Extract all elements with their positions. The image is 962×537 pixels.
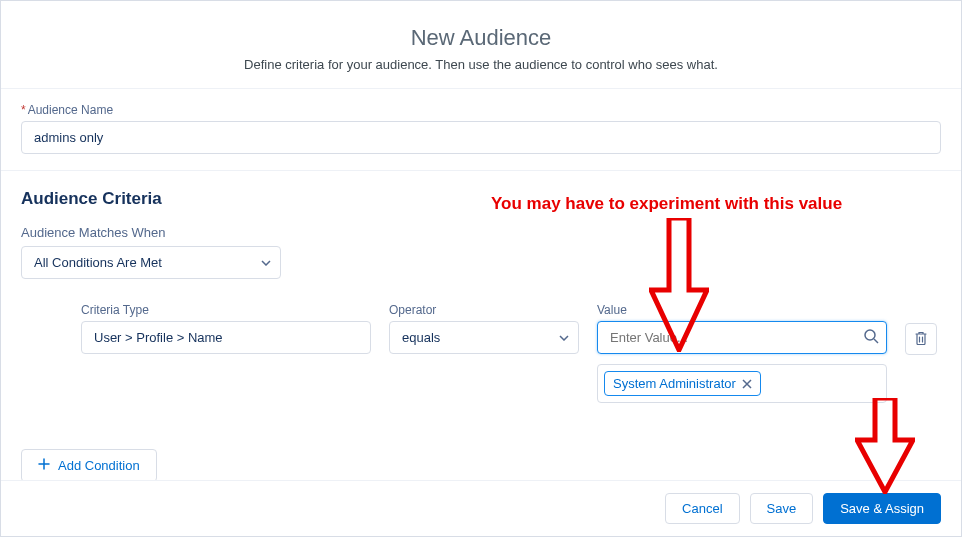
svg-line-1 — [874, 339, 878, 343]
remove-chip-button[interactable] — [742, 379, 752, 389]
criteria-heading: Audience Criteria — [21, 189, 941, 209]
matches-when-select[interactable]: All Conditions Are Met — [21, 246, 281, 279]
criteria-type-select[interactable]: User > Profile > Name — [81, 321, 371, 354]
criteria-row: Criteria Type User > Profile > Name Oper… — [81, 303, 941, 403]
audience-name-section: *Audience Name — [1, 89, 961, 171]
operator-label: Operator — [389, 303, 579, 317]
add-condition-button[interactable]: Add Condition — [21, 449, 157, 482]
delete-row-button[interactable] — [905, 323, 937, 355]
chip-label: System Administrator — [613, 376, 736, 391]
selected-values-container: System Administrator — [597, 364, 887, 403]
matches-when-label: Audience Matches When — [21, 225, 941, 240]
plus-icon — [38, 458, 50, 473]
audience-name-label: *Audience Name — [21, 103, 941, 117]
save-button[interactable]: Save — [750, 493, 814, 524]
modal-header: New Audience Define criteria for your au… — [1, 1, 961, 89]
cancel-button[interactable]: Cancel — [665, 493, 739, 524]
value-input[interactable] — [597, 321, 887, 354]
new-audience-modal: New Audience Define criteria for your au… — [0, 0, 962, 537]
search-icon — [863, 328, 879, 348]
modal-subtitle: Define criteria for your audience. Then … — [21, 57, 941, 72]
criteria-section: Audience Criteria Audience Matches When … — [1, 171, 961, 502]
audience-name-input[interactable] — [21, 121, 941, 154]
trash-icon — [914, 331, 928, 348]
criteria-type-label: Criteria Type — [81, 303, 371, 317]
svg-point-0 — [865, 330, 875, 340]
operator-select[interactable]: equals — [389, 321, 579, 354]
modal-footer: Cancel Save Save & Assign — [1, 480, 961, 536]
modal-title: New Audience — [21, 25, 941, 51]
value-chip: System Administrator — [604, 371, 761, 396]
save-and-assign-button[interactable]: Save & Assign — [823, 493, 941, 524]
required-indicator: * — [21, 103, 26, 117]
value-label: Value — [597, 303, 887, 317]
